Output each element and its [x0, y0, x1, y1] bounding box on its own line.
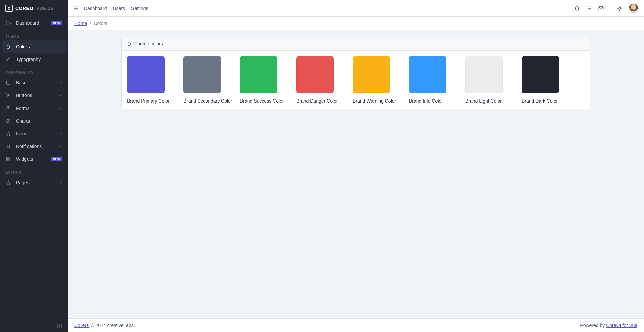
- footer-left: CoreUI © 2024 creativeLabs.: [74, 323, 135, 328]
- sidebar: C COREUI VUE.JS Dashboard NEW THEME Colo…: [0, 0, 68, 332]
- svg-rect-9: [9, 159, 10, 161]
- sidebar-item-label: Charts: [16, 118, 30, 124]
- badge-new: NEW: [51, 157, 63, 161]
- swatch-box: [296, 56, 334, 93]
- speedometer-icon: [5, 20, 11, 26]
- header-right: [574, 3, 639, 13]
- chevron-down-icon: [59, 132, 62, 135]
- sidebar-item-notifications[interactable]: Notifications: [0, 140, 68, 153]
- footer-link-coreui[interactable]: CoreUI: [74, 323, 89, 328]
- notes-icon: [5, 105, 11, 111]
- chevron-down-icon: [59, 145, 62, 148]
- sidebar-item-forms[interactable]: Forms: [0, 102, 68, 115]
- sidebar-item-label: Forms: [16, 106, 30, 111]
- footer-powered: Powered by: [580, 323, 606, 328]
- svg-line-29: [618, 9, 619, 10]
- sidebar-title-components: COMPONENTS: [0, 66, 68, 76]
- sidebar-item-icons[interactable]: Icons: [0, 127, 68, 140]
- puzzle-icon: [5, 80, 11, 86]
- brand-text: COREUI VUE.JS: [15, 6, 54, 11]
- brand[interactable]: C COREUI VUE.JS: [0, 0, 68, 17]
- sidebar-item-label: Pages: [16, 180, 30, 185]
- swatch-label: Brand Secondary Color: [183, 98, 221, 104]
- bell-icon[interactable]: [574, 5, 580, 11]
- color-swatch: Brand Danger Color: [296, 56, 334, 104]
- breadcrumb-home[interactable]: Home: [74, 21, 87, 26]
- header-link-users[interactable]: Users: [113, 6, 125, 11]
- swatch-box: [353, 56, 390, 93]
- collapse-sidebar-icon[interactable]: [57, 323, 62, 329]
- menu-toggle-icon[interactable]: [73, 5, 79, 11]
- svg-rect-6: [7, 157, 8, 159]
- sidebar-item-widgets[interactable]: Widgets NEW: [0, 153, 68, 165]
- sidebar-item-base[interactable]: Base: [0, 76, 68, 89]
- breadcrumb-sep: /: [90, 21, 91, 26]
- swatch-box: [465, 56, 503, 93]
- card-theme-colors: Theme colors Brand Primary ColorBrand Se…: [121, 37, 590, 109]
- swatch-box: [183, 56, 221, 93]
- color-swatch: Brand Success Color: [240, 56, 277, 104]
- footer-copy: © 2024 creativeLabs.: [89, 323, 135, 328]
- envelope-icon[interactable]: [598, 5, 604, 11]
- header-link-settings[interactable]: Settings: [131, 6, 148, 11]
- sidebar-item-label: Buttons: [16, 93, 32, 98]
- brand-logo-icon: C: [5, 5, 13, 12]
- sidebar-item-pages[interactable]: Pages: [0, 176, 68, 189]
- svg-point-22: [619, 7, 621, 9]
- card-header: Theme colors: [122, 37, 590, 51]
- color-swatch: Brand Secondary Color: [183, 56, 221, 104]
- header: Dashboard Users Settings: [68, 0, 644, 17]
- swatch-label: Brand Info Color: [409, 98, 446, 104]
- sidebar-item-typography[interactable]: Typography: [0, 53, 68, 66]
- sidebar-item-label: Icons: [16, 131, 27, 136]
- svg-rect-0: [7, 81, 10, 85]
- drop-icon: [127, 41, 132, 46]
- swatch-box: [127, 56, 165, 93]
- sidebar-item-label: Colors: [16, 44, 30, 49]
- footer-link-coreui-vue[interactable]: CoreUI for Vue: [606, 323, 637, 328]
- subheader: Home / Colors: [68, 17, 644, 30]
- avatar[interactable]: [629, 3, 639, 13]
- sidebar-title-theme: THEME: [0, 29, 68, 40]
- color-swatch: Brand Info Color: [409, 56, 446, 104]
- svg-line-30: [621, 6, 622, 7]
- badge-new: NEW: [51, 21, 63, 25]
- svg-line-27: [618, 6, 619, 7]
- drop-icon: [5, 44, 11, 50]
- list-icon[interactable]: [586, 5, 592, 11]
- card-body: Brand Primary ColorBrand Secondary Color…: [122, 51, 590, 109]
- sidebar-footer: [0, 320, 68, 332]
- chart-icon: [5, 118, 11, 124]
- sidebar-nav: Dashboard NEW THEME Colors Typography CO…: [0, 17, 68, 320]
- color-swatch: Brand Light Color: [465, 56, 503, 104]
- chevron-down-icon: [59, 107, 62, 110]
- sidebar-item-dashboard[interactable]: Dashboard NEW: [0, 17, 68, 29]
- cursor-icon: [5, 92, 11, 98]
- header-link-dashboard[interactable]: Dashboard: [84, 6, 107, 11]
- pencil-icon: [5, 56, 11, 62]
- svg-rect-7: [9, 157, 10, 159]
- chevron-down-icon: [59, 94, 62, 97]
- sidebar-item-charts[interactable]: Charts: [0, 115, 68, 127]
- sidebar-item-label: Typography: [16, 57, 41, 62]
- footer: CoreUI © 2024 creativeLabs. Powered by C…: [68, 318, 644, 332]
- sidebar-item-colors[interactable]: Colors: [2, 40, 66, 53]
- chevron-down-icon: [59, 181, 62, 184]
- grid-icon: [5, 156, 11, 162]
- sidebar-item-label: Notifications: [16, 144, 42, 149]
- sun-icon[interactable]: [616, 5, 623, 11]
- header-nav: Dashboard Users Settings: [84, 6, 148, 11]
- sidebar-item-label: Widgets: [16, 156, 33, 162]
- swatch-label: Brand Success Color: [240, 98, 277, 104]
- svg-marker-5: [6, 132, 10, 136]
- swatch-label: Brand Danger Color: [296, 98, 334, 104]
- swatch-label: Brand Dark Color: [522, 98, 559, 104]
- sidebar-item-buttons[interactable]: Buttons: [0, 89, 68, 102]
- main: Dashboard Users Settings: [68, 0, 644, 332]
- svg-line-28: [621, 9, 622, 10]
- sidebar-item-label: Dashboard: [16, 20, 39, 26]
- color-swatch: Brand Warning Color: [353, 56, 390, 104]
- divider: [610, 4, 610, 12]
- swatch-box: [240, 56, 277, 93]
- color-swatch: Brand Primary Color: [127, 56, 165, 104]
